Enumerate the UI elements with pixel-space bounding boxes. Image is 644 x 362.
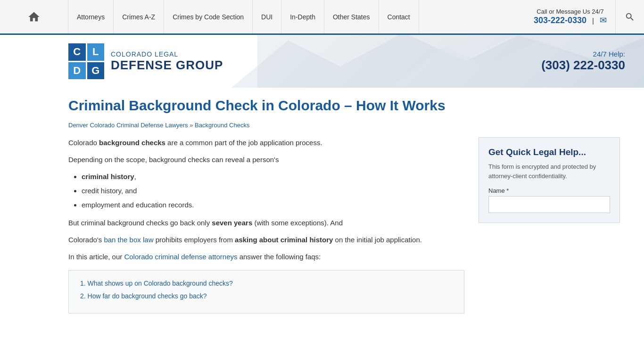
in-article-pre: In this article, our xyxy=(68,253,124,261)
bullet-list: criminal history, credit history, and em… xyxy=(82,171,464,211)
logo-bottom-text: DEFENSE GROUP xyxy=(111,58,223,73)
nav-contact-info: Call or Message Us 24/7 303-222-0330 | ✉ xyxy=(419,0,616,33)
search-icon xyxy=(625,12,635,22)
nav-dui[interactable]: DUI xyxy=(253,0,281,33)
ban-post-pre: prohibits employers from xyxy=(153,236,235,244)
nav-call-label: Call or Message Us 24/7 xyxy=(534,8,607,15)
nav-contact[interactable]: Contact xyxy=(379,0,419,33)
intro-paragraph-2: Depending on the scope, background check… xyxy=(68,154,464,165)
ban-box-link[interactable]: ban the box law xyxy=(104,236,153,244)
toc-link-1[interactable]: 1. What shows up on Colorado background … xyxy=(80,280,233,287)
ban-pre: Colorado's xyxy=(68,236,104,244)
ban-post-end: on the initial job application. xyxy=(333,236,421,244)
home-icon xyxy=(27,10,41,24)
bullet-3: employment and education records. xyxy=(82,199,464,211)
search-button[interactable] xyxy=(616,0,644,33)
toc-item-2: 2. How far do background checks go back? xyxy=(80,292,453,300)
breadcrumb: Denver Colorado Criminal Defense Lawyers… xyxy=(68,122,625,129)
toc-num-1: 1. xyxy=(80,280,86,287)
page-title: Criminal Background Check in Colorado – … xyxy=(68,97,625,114)
toc-text-1-val: What shows up on Colorado background che… xyxy=(88,280,233,287)
ban-box-para: Colorado's ban the box law prohibits emp… xyxy=(68,234,464,246)
intro1-bold: background checks xyxy=(99,139,165,147)
email-icon[interactable]: ✉ xyxy=(600,15,607,25)
nav-phone[interactable]: 303-222-0330 xyxy=(534,16,586,25)
para3-pre: But criminal background checks go back o… xyxy=(68,219,212,227)
help-phone[interactable]: (303) 222-0330 xyxy=(541,58,625,73)
para3-bold: seven years xyxy=(212,219,252,227)
help-box: Get Quick Legal Help... This form is enc… xyxy=(479,137,620,223)
intro-paragraph-1: Colorado background checks are a common … xyxy=(68,137,464,148)
logo-cell-d: D xyxy=(68,62,86,80)
breadcrumb-link-2[interactable]: Background Checks xyxy=(195,122,249,129)
nav-divider: | xyxy=(592,16,594,25)
in-article-end: answer the following faqs: xyxy=(238,253,321,261)
nav-crimes-az[interactable]: Crimes A-Z xyxy=(114,0,164,33)
bullet-2: credit history, and xyxy=(82,185,464,197)
home-nav-button[interactable] xyxy=(0,0,68,33)
intro1-pre: Colorado xyxy=(68,139,99,147)
toc-link-2[interactable]: 2. How far do background checks go back? xyxy=(80,292,207,300)
intro1-post: are a common part of the job application… xyxy=(165,139,322,147)
toc-num-2: 2. xyxy=(80,292,86,300)
help-box-title: Get Quick Legal Help... xyxy=(488,147,610,157)
nav-attorneys[interactable]: Attorneys xyxy=(68,0,114,33)
toc-box: 1. What shows up on Colorado background … xyxy=(68,270,464,313)
toc-list: 1. What shows up on Colorado background … xyxy=(80,279,453,300)
logo-top-text: COLORADO LEGAL xyxy=(111,50,223,58)
help-box-subtitle: This form is encrypted and protected by … xyxy=(488,162,610,181)
logo-cell-c: C xyxy=(68,43,86,61)
toc-text-2-val: How far do background checks go back? xyxy=(88,292,207,300)
bullet1-bold: criminal history xyxy=(82,173,134,181)
top-nav: Attorneys Crimes A-Z Crimes by Code Sect… xyxy=(0,0,644,35)
attorneys-link[interactable]: Colorado criminal defense attorneys xyxy=(124,253,237,261)
bullet1-post: , xyxy=(134,173,136,181)
seven-years-para: But criminal background checks go back o… xyxy=(68,217,464,229)
bullet-1: criminal history, xyxy=(82,171,464,182)
logo-cell-g: G xyxy=(87,62,105,80)
toc-item-1: 1. What shows up on Colorado background … xyxy=(80,279,453,287)
content-right: Get Quick Legal Help... This form is enc… xyxy=(479,137,620,313)
logo-help: 24/7 Help: (303) 222-0330 xyxy=(541,50,625,73)
logo-box: C L D G xyxy=(68,43,104,79)
name-input[interactable] xyxy=(488,196,610,213)
help-label: 24/7 Help: xyxy=(541,50,625,58)
nav-other-states[interactable]: Other States xyxy=(324,0,379,33)
ban-post-bold: asking about criminal history xyxy=(235,236,333,244)
main-content: Criminal Background Check in Colorado – … xyxy=(0,88,644,323)
content-left: Colorado background checks are a common … xyxy=(68,137,464,313)
nav-crimes-code[interactable]: Crimes by Code Section xyxy=(164,0,253,33)
logo-wrap: C L D G COLORADO LEGAL DEFENSE GROUP xyxy=(68,43,223,79)
logo-cell-l: L xyxy=(87,43,105,61)
breadcrumb-sep: » xyxy=(190,122,195,129)
name-label: Name * xyxy=(488,187,610,194)
content-wrap: Colorado background checks are a common … xyxy=(68,137,625,313)
nav-in-depth[interactable]: In-Depth xyxy=(281,0,324,33)
logo-text: COLORADO LEGAL DEFENSE GROUP xyxy=(111,50,223,73)
logo-area: C L D G COLORADO LEGAL DEFENSE GROUP 24/… xyxy=(0,35,644,88)
in-article-para: In this article, our Colorado criminal d… xyxy=(68,251,464,263)
breadcrumb-link-1[interactable]: Denver Colorado Criminal Defense Lawyers xyxy=(68,122,188,129)
para3-post: (with some exceptions). And xyxy=(252,219,343,227)
